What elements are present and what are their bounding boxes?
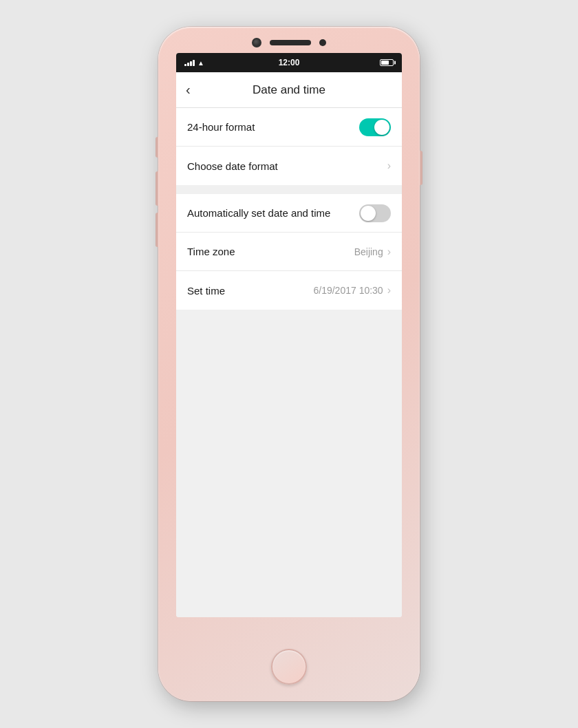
- setting-row-24hour[interactable]: 24-hour format: [176, 108, 402, 147]
- setting-label-auto-time: Automatically set date and time: [187, 207, 330, 219]
- date-format-right: ›: [386, 160, 391, 172]
- phone-bottom: [271, 617, 307, 701]
- front-camera-icon: [252, 38, 261, 47]
- set-time-right: 6/19/2017 10:30 ›: [313, 284, 391, 297]
- volume-down-button[interactable]: [156, 213, 158, 247]
- setting-row-timezone[interactable]: Time zone Beijing ›: [176, 233, 402, 271]
- toggle-knob-auto: [361, 206, 376, 221]
- sensor-icon: [319, 39, 326, 46]
- signal-icon: [184, 59, 195, 66]
- toggle-24hour[interactable]: [359, 118, 391, 136]
- signal-bar-2: [187, 63, 189, 66]
- battery-icon: [380, 59, 394, 66]
- section-auto: Automatically set date and time Time zon…: [176, 194, 402, 310]
- wifi-icon: ▲: [197, 59, 204, 67]
- home-button[interactable]: [271, 649, 307, 685]
- signal-bar-4: [193, 60, 195, 66]
- signal-bar-1: [184, 64, 186, 66]
- setting-label-date-format: Choose date format: [187, 160, 278, 172]
- navigation-bar: ‹ Date and time: [176, 72, 402, 108]
- setting-label-24hour: 24-hour format: [187, 121, 255, 133]
- set-time-chevron-icon: ›: [387, 284, 391, 297]
- chevron-icon: ›: [387, 160, 391, 172]
- signal-bar-3: [190, 61, 192, 66]
- setting-row-auto-time[interactable]: Automatically set date and time: [176, 194, 402, 233]
- setting-label-set-time: Set time: [187, 285, 225, 297]
- volume-up-button[interactable]: [156, 171, 158, 206]
- setting-row-date-format[interactable]: Choose date format ›: [176, 147, 402, 185]
- timezone-chevron-icon: ›: [387, 246, 391, 258]
- back-button[interactable]: ‹: [186, 82, 191, 98]
- toggle-knob-24hour: [374, 120, 389, 135]
- status-bar: ▲ 12:00: [176, 53, 402, 72]
- status-right: [380, 59, 394, 66]
- battery-fill: [381, 61, 389, 65]
- phone-top: [158, 27, 420, 47]
- status-left: ▲: [184, 59, 204, 67]
- phone-device: ▲ 12:00 ‹ Date and time 24-h: [158, 27, 420, 701]
- status-time: 12:00: [279, 58, 300, 67]
- timezone-value: Beijing: [354, 246, 383, 257]
- toggle-auto-time[interactable]: [359, 204, 391, 222]
- settings-content: 24-hour format Choose date format ›: [176, 108, 402, 617]
- mute-button[interactable]: [156, 137, 158, 158]
- setting-row-set-time[interactable]: Set time 6/19/2017 10:30 ›: [176, 271, 402, 310]
- section-divider: [176, 186, 402, 194]
- page-title: Date and time: [253, 83, 325, 97]
- timezone-right: Beijing ›: [354, 246, 391, 258]
- power-button[interactable]: [420, 151, 422, 185]
- phone-screen: ▲ 12:00 ‹ Date and time 24-h: [176, 53, 402, 617]
- earpiece-speaker: [270, 40, 311, 45]
- setting-label-timezone: Time zone: [187, 246, 235, 257]
- section-format: 24-hour format Choose date format ›: [176, 108, 402, 185]
- set-time-value: 6/19/2017 10:30: [313, 285, 383, 296]
